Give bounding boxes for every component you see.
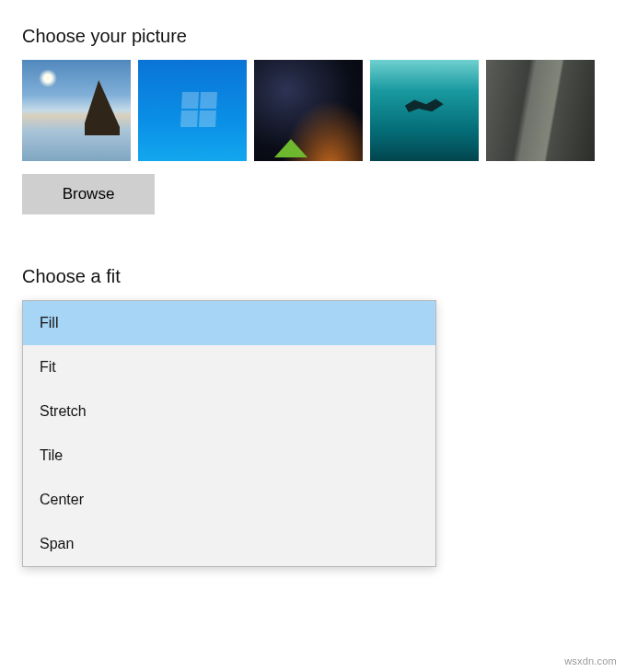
fit-option-fit[interactable]: Fit (23, 345, 435, 389)
fit-option-tile[interactable]: Tile (23, 434, 435, 478)
fit-option-fill[interactable]: Fill (23, 301, 435, 345)
choose-picture-title: Choose your picture (22, 26, 604, 47)
picture-thumbnail-beach[interactable] (22, 60, 131, 161)
fit-option-span[interactable]: Span (23, 522, 435, 566)
choose-fit-title: Choose a fit (22, 266, 604, 287)
fit-option-center[interactable]: Center (23, 478, 435, 522)
fit-dropdown[interactable]: Fill Fit Stretch Tile Center Span (22, 300, 436, 567)
picture-thumbnail-night-tent[interactable] (254, 60, 363, 161)
picture-thumbnail-windows-blue[interactable] (138, 60, 247, 161)
choose-fit-section: Choose a fit Fill Fit Stretch Tile Cente… (22, 266, 604, 567)
picture-thumbnail-row (22, 60, 604, 161)
picture-thumbnail-cliff[interactable] (486, 60, 595, 161)
watermark-text: wsxdn.com (564, 655, 617, 666)
picture-thumbnail-underwater[interactable] (370, 60, 479, 161)
fit-option-stretch[interactable]: Stretch (23, 389, 435, 434)
browse-button[interactable]: Browse (22, 174, 155, 214)
choose-picture-section: Choose your picture Browse (22, 26, 604, 214)
